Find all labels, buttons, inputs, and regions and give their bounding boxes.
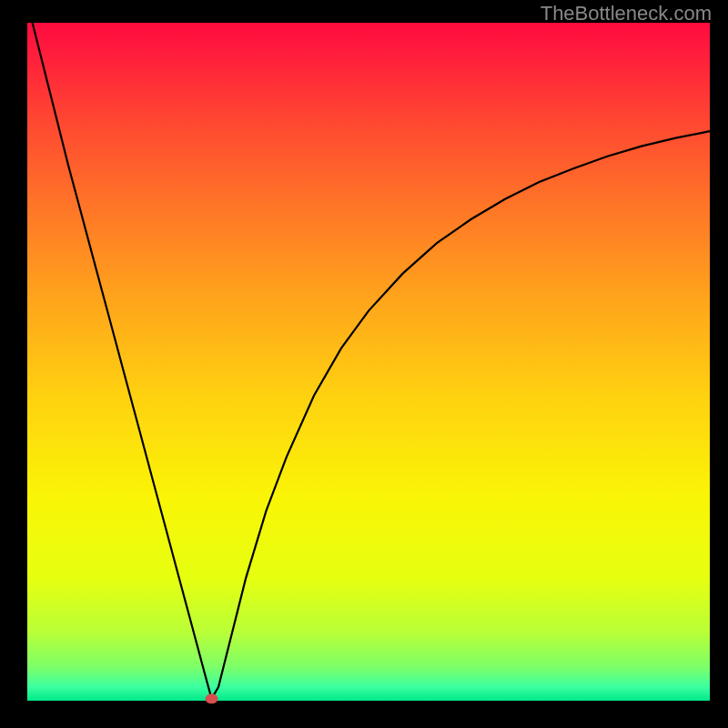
minimum-marker [206,693,218,703]
bottleneck-chart: TheBottleneck.com [0,0,728,728]
plot-background [27,23,710,701]
chart-svg [0,0,728,728]
watermark-text: TheBottleneck.com [541,2,712,25]
